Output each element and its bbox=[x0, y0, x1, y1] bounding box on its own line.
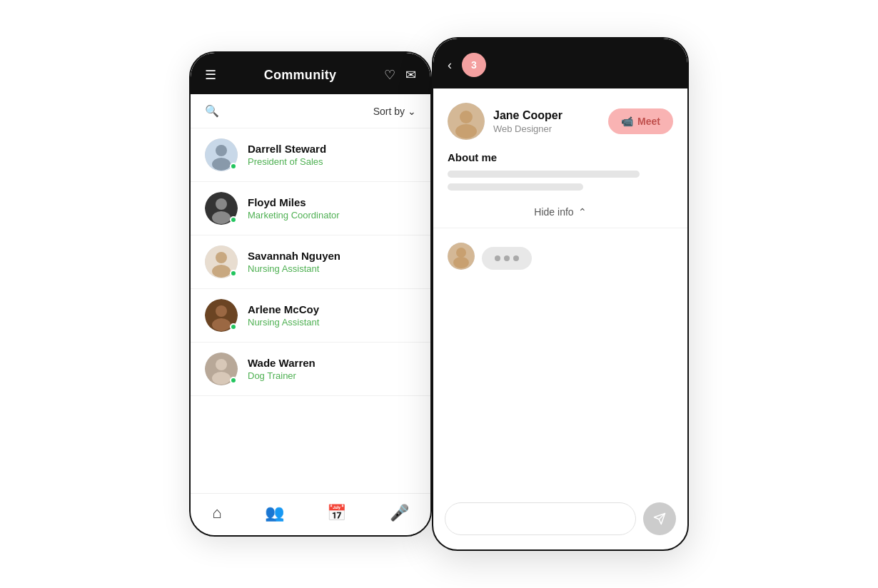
svg-point-1 bbox=[216, 145, 227, 156]
svg-point-2 bbox=[212, 158, 231, 171]
list-item[interactable]: Wade Warren Dog Trainer bbox=[191, 343, 430, 396]
typing-dot-3 bbox=[513, 255, 519, 261]
contact-name: Wade Warren bbox=[248, 357, 316, 369]
home-icon[interactable]: ⌂ bbox=[212, 504, 221, 522]
profile-name: Jane Cooper bbox=[493, 109, 562, 122]
input-bar bbox=[445, 502, 676, 535]
calendar-icon[interactable]: 📅 bbox=[327, 504, 346, 522]
svg-point-20 bbox=[453, 257, 469, 268]
meet-label: Meet bbox=[637, 116, 660, 127]
contact-info: Savannah Nguyen Nursing Assistant bbox=[248, 250, 340, 274]
send-button[interactable] bbox=[643, 502, 676, 535]
profile-section: Jane Cooper Web Designer 📹 Meet bbox=[433, 88, 687, 140]
profile-role: Web Designer bbox=[493, 123, 562, 134]
chevron-up-icon: ⌃ bbox=[578, 206, 587, 218]
contact-name: Arlene McCoy bbox=[248, 303, 319, 315]
notification-badge: 3 bbox=[462, 53, 486, 77]
contact-name: Floyd Miles bbox=[248, 196, 340, 208]
svg-point-8 bbox=[212, 265, 231, 278]
search-icon[interactable]: 🔍 bbox=[205, 104, 219, 118]
list-item[interactable]: Savannah Nguyen Nursing Assistant bbox=[191, 235, 430, 289]
svg-point-4 bbox=[216, 198, 227, 210]
about-label: About me bbox=[448, 151, 673, 163]
menu-icon[interactable]: ☰ bbox=[205, 67, 216, 83]
avatar-wrap bbox=[205, 353, 238, 385]
sender-avatar bbox=[448, 243, 475, 270]
contact-role: Marketing Coordinator bbox=[248, 210, 340, 220]
contact-role: President of Sales bbox=[248, 156, 326, 167]
svg-point-5 bbox=[212, 211, 231, 224]
chat-area bbox=[433, 228, 687, 371]
back-button[interactable]: ‹ bbox=[448, 58, 452, 73]
svg-point-13 bbox=[216, 359, 227, 370]
online-indicator bbox=[230, 377, 237, 384]
contact-name: Darrell Steward bbox=[248, 143, 326, 155]
avatar-wrap bbox=[205, 138, 238, 171]
svg-point-17 bbox=[455, 124, 477, 138]
contact-info: Wade Warren Dog Trainer bbox=[248, 357, 316, 381]
community-phone: ☰ Community ♡ ✉ 🔍 Sort by ⌄ bbox=[189, 51, 432, 537]
community-top-bar: ☰ Community ♡ ✉ bbox=[191, 53, 430, 94]
profile-header: Jane Cooper Web Designer 📹 Meet bbox=[448, 103, 673, 140]
about-text-line-2 bbox=[448, 183, 583, 191]
chat-message bbox=[448, 243, 673, 270]
contact-name: Savannah Nguyen bbox=[248, 250, 340, 262]
avatar-wrap bbox=[205, 245, 238, 278]
top-icons: ♡ ✉ bbox=[384, 67, 416, 83]
typing-dot-1 bbox=[495, 255, 500, 261]
svg-point-19 bbox=[456, 248, 466, 258]
list-item[interactable]: Floyd Miles Marketing Coordinator bbox=[191, 182, 430, 235]
video-icon: 📹 bbox=[621, 116, 633, 127]
typing-dot-2 bbox=[504, 255, 510, 261]
sort-by-control[interactable]: Sort by ⌄ bbox=[373, 106, 416, 117]
online-indicator bbox=[230, 323, 237, 330]
notification-icon[interactable]: ♡ bbox=[384, 67, 395, 83]
svg-point-16 bbox=[460, 111, 473, 123]
bottom-nav: ⌂ 👥 📅 🎤 bbox=[191, 493, 430, 535]
contact-info: Floyd Miles Marketing Coordinator bbox=[248, 196, 340, 220]
message-input[interactable] bbox=[445, 502, 636, 535]
avatar-wrap bbox=[205, 192, 238, 225]
profile-user: Jane Cooper Web Designer bbox=[448, 103, 562, 140]
mail-icon[interactable]: ✉ bbox=[405, 67, 416, 83]
svg-point-14 bbox=[212, 372, 231, 385]
about-text-line-1 bbox=[448, 171, 640, 178]
online-indicator bbox=[230, 216, 237, 223]
community-icon[interactable]: 👥 bbox=[265, 504, 284, 522]
contact-role: Dog Trainer bbox=[248, 370, 316, 381]
contact-role: Nursing Assistant bbox=[248, 317, 319, 328]
hide-info-bar[interactable]: Hide info ⌃ bbox=[433, 196, 687, 228]
hide-info-label: Hide info bbox=[534, 206, 573, 218]
search-bar: 🔍 Sort by ⌄ bbox=[191, 94, 430, 128]
list-item[interactable]: Arlene McCoy Nursing Assistant bbox=[191, 289, 430, 343]
community-title: Community bbox=[264, 68, 337, 83]
profile-avatar bbox=[448, 103, 485, 140]
search-left: 🔍 bbox=[205, 104, 219, 118]
list-item[interactable]: Darrell Steward President of Sales bbox=[191, 128, 430, 182]
avatar-wrap bbox=[205, 299, 238, 332]
online-indicator bbox=[230, 163, 237, 170]
contact-role: Nursing Assistant bbox=[248, 263, 340, 274]
contact-info: Darrell Steward President of Sales bbox=[248, 143, 326, 167]
typing-indicator bbox=[482, 247, 532, 270]
online-indicator bbox=[230, 270, 237, 277]
contact-list: Darrell Steward President of Sales bbox=[191, 128, 430, 396]
chat-phone: ‹ 3 Jane Cooper We bbox=[432, 37, 689, 551]
mic-icon[interactable]: 🎤 bbox=[390, 504, 409, 522]
svg-point-7 bbox=[216, 252, 227, 263]
svg-point-10 bbox=[216, 305, 227, 317]
svg-point-11 bbox=[212, 318, 231, 331]
meet-button[interactable]: 📹 Meet bbox=[608, 108, 673, 134]
about-section: About me bbox=[433, 151, 687, 191]
sort-by-label: Sort by bbox=[373, 106, 405, 117]
chevron-down-icon: ⌄ bbox=[408, 106, 416, 117]
chat-top-bar: ‹ 3 bbox=[433, 39, 687, 88]
profile-text: Jane Cooper Web Designer bbox=[493, 109, 562, 134]
contact-info: Arlene McCoy Nursing Assistant bbox=[248, 303, 319, 328]
badge-count: 3 bbox=[471, 59, 477, 71]
